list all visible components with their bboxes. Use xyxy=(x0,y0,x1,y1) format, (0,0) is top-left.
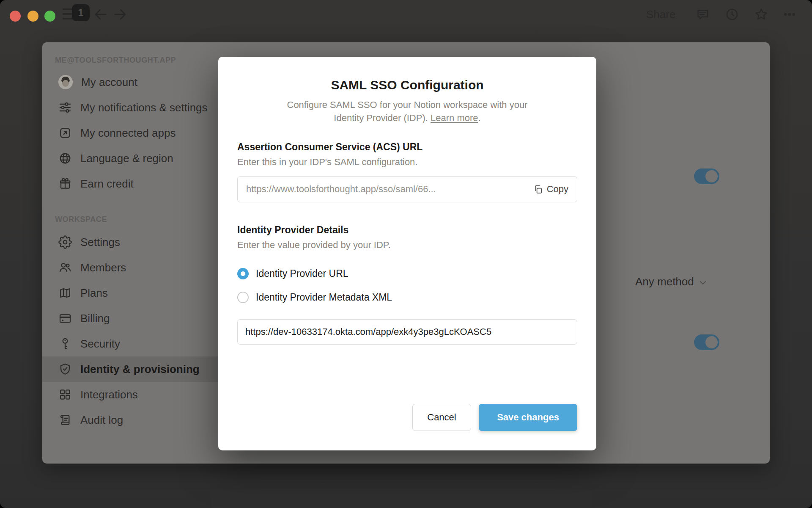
sidebar-item-identity-provisioning[interactable]: Identity & provisioning xyxy=(42,356,228,382)
radio-unselected-icon[interactable] xyxy=(237,292,249,303)
sidebar-item-label: Security xyxy=(80,337,120,351)
globe-icon xyxy=(58,152,72,165)
sidebar-item-label: Identity & provisioning xyxy=(80,363,200,376)
acs-url-field: https://www.toolsforthought.app/sso/saml… xyxy=(237,176,577,202)
key-icon xyxy=(58,337,72,351)
sliders-icon xyxy=(58,101,72,114)
idp-url-input[interactable]: https://dev-10633174.okta.com/app/exk4y3… xyxy=(237,319,577,345)
minimize-button[interactable] xyxy=(27,11,38,22)
login-method-dropdown-dimmed[interactable]: Any method xyxy=(635,275,708,288)
radio-option-idp-metadata-xml[interactable]: Identity Provider Metadata XML xyxy=(237,285,577,309)
sidebar-item-label: Plans xyxy=(80,287,108,300)
sidebar-item-label: Language & region xyxy=(80,152,173,165)
sidebar-item-label: Members xyxy=(80,261,126,274)
zoom-button[interactable] xyxy=(44,11,55,22)
sidebar-item-my-notifications[interactable]: My notifications & settings xyxy=(42,95,228,120)
sidebar-item-label: Audit log xyxy=(80,414,123,427)
grid-icon xyxy=(58,388,72,401)
sidebar-item-label: Earn credit xyxy=(80,177,134,190)
radio-option-idp-url[interactable]: Identity Provider URL xyxy=(237,262,577,285)
learn-more-link[interactable]: Learn more xyxy=(431,113,478,123)
user-avatar xyxy=(58,75,73,89)
save-changes-button[interactable]: Save changes xyxy=(479,404,577,431)
divider xyxy=(42,465,770,466)
sidebar-item-label: Settings xyxy=(80,236,120,249)
chevron-down-icon xyxy=(698,278,708,288)
scim-toggle-dimmed[interactable] xyxy=(694,334,719,350)
page-behind-notch xyxy=(211,489,592,508)
map-icon xyxy=(58,286,72,300)
sidebar-item-integrations[interactable]: Integrations xyxy=(42,382,228,407)
acs-url-description: Enter this in your IDP's SAML configurat… xyxy=(237,157,577,168)
credit-card-icon xyxy=(58,312,72,325)
sidebar-item-members[interactable]: Members xyxy=(42,255,228,280)
sidebar-item-settings[interactable]: Settings xyxy=(42,229,228,255)
share-button[interactable]: Share xyxy=(646,8,675,21)
dialog-subtitle: Configure SAML SSO for your Notion works… xyxy=(255,98,560,124)
copy-button-label: Copy xyxy=(547,184,568,195)
radio-selected-icon[interactable] xyxy=(237,268,249,279)
sidebar-item-label: Billing xyxy=(80,312,110,325)
back-arrow-icon[interactable] xyxy=(93,7,108,22)
favorite-star-icon[interactable] xyxy=(754,7,768,22)
cancel-button[interactable]: Cancel xyxy=(412,404,471,431)
arrow-up-right-square-icon xyxy=(58,126,72,140)
app-window: 1 Share ME@TOOLSFORTHOUGHT.APP xyxy=(0,0,812,508)
saml-toggle-dimmed[interactable] xyxy=(694,168,719,184)
gift-icon xyxy=(58,177,72,190)
settings-sidebar: ME@TOOLSFORTHOUGHT.APP My account My not… xyxy=(42,42,228,464)
close-button[interactable] xyxy=(10,11,21,22)
shield-check-icon xyxy=(58,362,72,376)
people-icon xyxy=(58,261,72,274)
radio-label: Identity Provider URL xyxy=(256,268,348,279)
forward-arrow-icon[interactable] xyxy=(112,7,128,22)
idp-details-heading: Identity Provider Details xyxy=(237,224,577,236)
radio-label: Identity Provider Metadata XML xyxy=(256,292,392,303)
sidebar-item-label: My connected apps xyxy=(80,127,176,140)
sidebar-item-my-account[interactable]: My account xyxy=(42,69,228,95)
sidebar-item-plans[interactable]: Plans xyxy=(42,280,228,306)
copy-button[interactable]: Copy xyxy=(533,184,568,195)
sidebar-item-security[interactable]: Security xyxy=(42,331,228,356)
sidebar-item-label: My notifications & settings xyxy=(80,101,208,114)
comments-icon[interactable] xyxy=(696,7,710,22)
sidebar-item-audit-log[interactable]: Audit log xyxy=(42,407,228,433)
titlebar: 1 Share xyxy=(0,0,812,29)
sidebar-item-billing[interactable]: Billing xyxy=(42,306,228,331)
sidebar-item-label: Integrations xyxy=(80,388,138,401)
notification-badge[interactable]: 1 xyxy=(72,4,90,21)
more-options-icon[interactable] xyxy=(782,7,797,22)
acs-url-value: https://www.toolsforthought.app/sso/saml… xyxy=(246,184,533,195)
sidebar-item-language-region[interactable]: Language & region xyxy=(42,146,228,171)
dialog-title: SAML SSO Configuration xyxy=(237,78,577,92)
account-section-header: ME@TOOLSFORTHOUGHT.APP xyxy=(55,56,176,65)
login-method-value: Any method xyxy=(635,275,694,288)
sidebar-item-label: My account xyxy=(81,76,137,89)
scroll-icon xyxy=(58,413,72,427)
updates-clock-icon[interactable] xyxy=(725,7,739,22)
gear-icon xyxy=(58,235,72,249)
sidebar-item-earn-credit[interactable]: Earn credit xyxy=(42,171,228,196)
workspace-section-header: WORKSPACE xyxy=(55,215,107,224)
sidebar-item-my-connected-apps[interactable]: My connected apps xyxy=(42,120,228,146)
saml-sso-dialog: SAML SSO Configuration Configure SAML SS… xyxy=(218,57,596,450)
idp-details-description: Enter the value provided by your IDP. xyxy=(237,240,577,251)
acs-url-heading: Assertion Consumer Service (ACS) URL xyxy=(237,141,577,153)
copy-icon xyxy=(533,185,543,194)
